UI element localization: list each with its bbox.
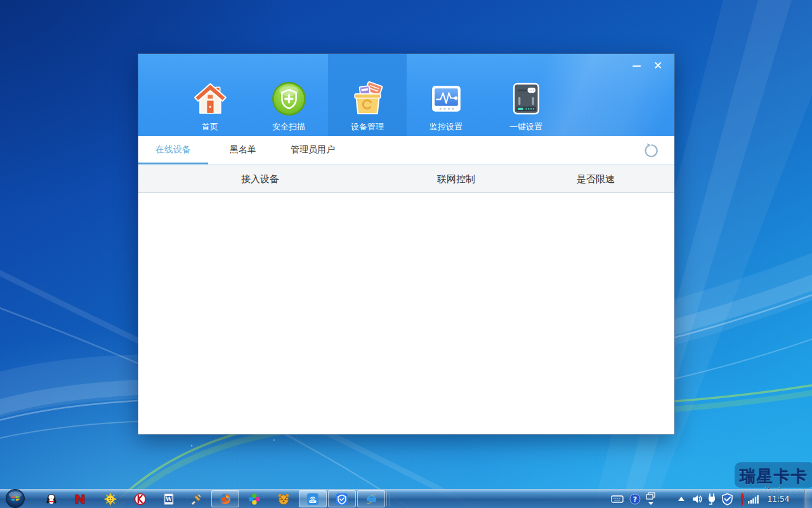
tab-admin-users[interactable]: 管理员用户 <box>278 136 348 164</box>
security-shield-taskbar-button[interactable] <box>328 490 356 507</box>
keyboard-icon[interactable] <box>611 494 624 504</box>
nav-label-monitor-settings: 监控设置 <box>429 121 462 133</box>
power-plug-icon[interactable] <box>706 493 717 505</box>
device-box-icon <box>350 81 386 117</box>
qq-icon[interactable] <box>45 493 58 505</box>
start-button[interactable] <box>5 488 25 508</box>
word-icon[interactable]: W <box>162 493 175 505</box>
minimize-button[interactable]: — <box>629 58 644 73</box>
router-manager-window: 首页 <box>138 54 674 434</box>
taskbar-clock[interactable]: 11:54 <box>760 495 797 504</box>
tab-online-devices-label: 在线设备 <box>155 144 191 156</box>
nav-label-device-management: 设备管理 <box>351 121 384 133</box>
firefox-icon <box>219 493 232 505</box>
nav-label-home: 首页 <box>202 121 218 133</box>
paintbrush-icon[interactable] <box>190 493 202 505</box>
window-header: 首页 <box>138 54 674 136</box>
router-manager-taskbar-button[interactable] <box>299 490 327 507</box>
red-n-app-icon[interactable] <box>74 493 86 505</box>
k-player-icon[interactable] <box>134 493 147 505</box>
monitor-wave-icon <box>428 81 464 117</box>
nav-label-onekey-settings: 一键设置 <box>509 121 542 133</box>
home-icon <box>192 81 228 117</box>
firefox-taskbar-button[interactable] <box>211 490 239 507</box>
svg-text:?: ? <box>633 495 637 504</box>
nav-item-device-management[interactable]: 设备管理 <box>328 54 407 136</box>
sun-app-icon[interactable] <box>104 493 117 505</box>
rising-antivirus-tray-icon[interactable] <box>738 492 746 506</box>
windows-start-icon <box>5 488 25 508</box>
pinwheel-icon[interactable] <box>248 493 261 505</box>
window-stack-icon[interactable] <box>646 492 656 506</box>
tab-bar: 在线设备 黑名单 管理员用户 <box>138 136 674 164</box>
nav-item-monitor-settings[interactable]: 监控设置 <box>407 54 485 136</box>
nav-label-security-scan: 安全扫描 <box>272 121 305 133</box>
watermark-title: 瑞星卡卡 <box>737 466 811 487</box>
column-header-speed-limit: 是否限速 <box>577 165 615 193</box>
active-tab-underline <box>138 163 208 164</box>
system-tray: ? <box>609 490 812 508</box>
tiger-icon[interactable] <box>277 493 290 505</box>
help-icon[interactable]: ? <box>629 493 641 505</box>
volume-icon[interactable] <box>691 493 703 505</box>
nav-item-onekey-settings[interactable]: 一键设置 <box>487 54 565 136</box>
window-controls: — ✕ <box>629 58 665 73</box>
show-desktop-button[interactable] <box>804 490 812 508</box>
svg-text:W: W <box>165 496 173 502</box>
taskbar-separator <box>386 491 387 506</box>
device-list-empty <box>138 194 674 434</box>
router-icon <box>508 81 544 117</box>
tab-blacklist[interactable]: 黑名单 <box>208 136 278 164</box>
tab-blacklist-label: 黑名单 <box>230 144 256 156</box>
shield-app-icon <box>336 493 348 505</box>
internet-explorer-icon <box>365 493 377 505</box>
refresh-button[interactable] <box>643 142 659 159</box>
tray-shield-icon[interactable] <box>721 493 733 505</box>
device-table-header: 接入设备 联网控制 是否限速 <box>138 165 674 193</box>
show-hidden-icons[interactable] <box>678 496 685 502</box>
desktop: 瑞星卡卡 www.ikaka.com 首页 <box>0 0 812 508</box>
taskbar: W <box>0 489 812 508</box>
close-button[interactable]: ✕ <box>650 58 665 73</box>
nav-item-home[interactable]: 首页 <box>171 54 249 136</box>
refresh-icon <box>643 142 659 159</box>
tab-admin-users-label: 管理员用户 <box>291 144 335 156</box>
ie-taskbar-button[interactable] <box>357 490 385 507</box>
router-app-icon <box>306 493 319 505</box>
network-signal-icon[interactable] <box>748 495 759 504</box>
scan-shield-icon <box>271 81 307 117</box>
tab-online-devices[interactable]: 在线设备 <box>138 136 208 164</box>
column-header-network-control: 联网控制 <box>437 165 475 193</box>
nav-item-security-scan[interactable]: 安全扫描 <box>249 54 328 136</box>
column-header-device: 接入设备 <box>241 165 279 193</box>
